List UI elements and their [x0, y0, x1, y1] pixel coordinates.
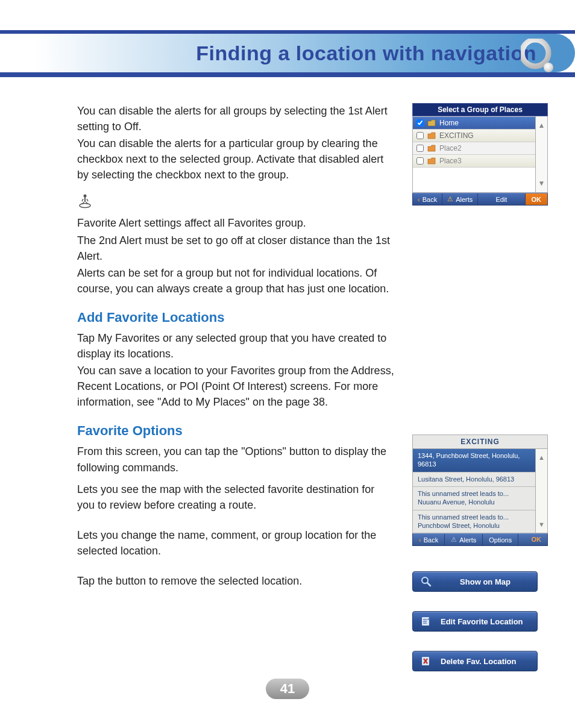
heading-favorite-options: Favorite Options — [77, 423, 394, 439]
svg-point-1 — [544, 63, 553, 72]
groups-ok-button[interactable]: OK — [526, 193, 548, 205]
folder-icon — [427, 119, 436, 127]
locations-options-label: Options — [489, 536, 512, 544]
groups-checkbox-home[interactable] — [416, 119, 424, 127]
groups-row-home[interactable]: Home — [413, 116, 535, 129]
locations-options-button[interactable]: Options — [483, 534, 518, 545]
groups-checkbox-place2[interactable] — [416, 145, 424, 152]
groups-row-place3[interactable]: Place3 — [413, 154, 535, 167]
locations-back-button[interactable]: ‹Back — [413, 534, 445, 545]
groups-edit-button[interactable]: Edit — [478, 193, 525, 205]
opt-para-intro: From this screen, you can tap the "Optio… — [77, 444, 394, 475]
delete-favorite-label: Delete Fav. Location — [441, 657, 516, 666]
delete-favorite-button[interactable]: Delete Fav. Location — [412, 651, 538, 671]
svg-line-5 — [87, 199, 88, 201]
groups-checkbox-exciting[interactable] — [416, 132, 424, 139]
locations-screen: EXCITING 1344, Punchbowl Street, Honolul… — [412, 435, 548, 546]
locations-bottom-bar: ‹Back ⚠Alerts Options OK — [412, 533, 548, 546]
edit-favorite-button[interactable]: Edit Favorite Location — [412, 611, 538, 632]
locations-scrollbar[interactable]: ▲ ▼ — [535, 449, 547, 533]
locations-alerts-button[interactable]: ⚠Alerts — [445, 534, 483, 545]
left-column: You can disable the alerts for all group… — [77, 103, 394, 671]
location-row-4[interactable]: This unnamed street leads to... Punchbow… — [413, 510, 535, 533]
page-title: Finding a location with navigation — [196, 42, 536, 65]
groups-row-place2[interactable]: Place2 — [413, 142, 535, 154]
groups-bottom-bar: ‹Back ⚠Alerts Edit OK — [412, 193, 548, 206]
groups-row-exciting[interactable]: EXCITING — [413, 129, 535, 142]
alert-icon: ⚠ — [451, 536, 457, 544]
groups-screen-title: Select a Group of Places — [412, 103, 548, 116]
page-number: 41 — [266, 679, 309, 699]
locations-body: 1344, Punchbowl Street, Honolulu, 96813 … — [412, 449, 548, 533]
svg-point-0 — [522, 40, 548, 66]
locations-alerts-label: Alerts — [459, 536, 476, 544]
header-bottom-rule — [0, 72, 575, 77]
opt-para-show: Lets you see the map with the selected f… — [77, 482, 394, 513]
svg-point-2 — [84, 195, 87, 198]
opt-para-delete: Tap the button to remove the selected lo… — [77, 573, 394, 589]
groups-ok-label: OK — [532, 196, 542, 203]
groups-edit-label: Edit — [495, 196, 507, 203]
show-on-map-label: Show on Map — [441, 577, 530, 586]
locations-list: 1344, Punchbowl Street, Honolulu, 96813 … — [413, 449, 535, 533]
groups-screen: Select a Group of Places Home — [412, 103, 548, 206]
groups-list: Home EXCITING Place2 — [413, 116, 535, 192]
groups-back-label: Back — [423, 196, 437, 203]
note-line-3: Alerts can be set for a group but not fo… — [77, 265, 394, 297]
opt-para-edit: Lets you change the name, comment, or gr… — [77, 527, 394, 559]
content-area: You can disable the alerts for all group… — [0, 81, 575, 671]
scroll-up-icon[interactable]: ▲ — [536, 449, 547, 466]
folder-icon — [427, 145, 436, 152]
groups-checkbox-place3[interactable] — [416, 157, 424, 165]
location-row-3[interactable]: This unnamed street leads to... Nuuanu A… — [413, 487, 535, 510]
location-row-2[interactable]: Lusitana Street, Honolulu, 96813 — [413, 472, 535, 488]
groups-scrollbar[interactable]: ▲ ▼ — [535, 116, 547, 192]
note-icon — [77, 193, 394, 212]
groups-spacer — [413, 167, 535, 192]
locations-ok-label: OK — [532, 536, 542, 543]
svg-point-6 — [80, 204, 90, 208]
chevron-left-icon: ‹ — [419, 536, 421, 544]
groups-label-home: Home — [439, 119, 459, 127]
option-buttons-group: Show on Map Edit Favorite Location Delet… — [412, 571, 551, 671]
locations-screen-title: EXCITING — [412, 435, 548, 449]
scroll-down-icon[interactable]: ▼ — [536, 516, 547, 533]
show-on-map-button[interactable]: Show on Map — [412, 571, 538, 592]
alert-icon: ⚠ — [447, 195, 453, 203]
right-column: Select a Group of Places Home — [412, 103, 551, 671]
add-para-2: You can save a location to your Favorite… — [77, 363, 394, 410]
locations-ok-button[interactable]: OK — [526, 534, 548, 545]
groups-screen-body: Home EXCITING Place2 — [412, 116, 548, 193]
delete-icon — [420, 655, 432, 667]
groups-label-exciting: EXCITING — [439, 131, 474, 140]
page-header: Finding a location with navigation — [0, 0, 575, 81]
svg-line-10 — [427, 583, 430, 586]
svg-line-4 — [82, 199, 83, 201]
chevron-left-icon: ‹ — [418, 196, 420, 203]
edit-favorite-label: Edit Favorite Location — [441, 617, 523, 626]
groups-alerts-label: Alerts — [456, 196, 473, 203]
locations-back-label: Back — [424, 536, 438, 544]
note-line-2: The 2nd Alert must be set to go off at c… — [77, 233, 394, 264]
title-bar: Finding a location with navigation — [0, 34, 575, 72]
location-row-1[interactable]: 1344, Punchbowl Street, Honolulu, 96813 — [413, 449, 535, 472]
groups-label-place3: Place3 — [439, 157, 462, 165]
ring-graphic-icon — [521, 39, 562, 80]
heading-add-favorite: Add Favorite Locations — [77, 310, 394, 325]
para-disable-group: You can disable the alerts for a particu… — [77, 136, 394, 183]
groups-label-place2: Place2 — [439, 144, 462, 152]
folder-icon — [427, 157, 436, 165]
note-line-1: Favorite Alert settings affect all Favor… — [77, 215, 394, 231]
add-para-1: Tap My Favorites or any selected group t… — [77, 330, 394, 362]
magnifier-icon — [420, 576, 432, 588]
para-disable-all: You can disable the alerts for all group… — [77, 103, 394, 134]
edit-icon — [420, 615, 432, 627]
groups-alerts-button[interactable]: ⚠Alerts — [442, 193, 478, 205]
folder-icon — [427, 132, 436, 139]
groups-back-button[interactable]: ‹Back — [413, 193, 442, 205]
scroll-down-icon[interactable]: ▼ — [536, 174, 547, 192]
scroll-up-icon[interactable]: ▲ — [536, 116, 547, 134]
svg-point-11 — [423, 579, 427, 582]
